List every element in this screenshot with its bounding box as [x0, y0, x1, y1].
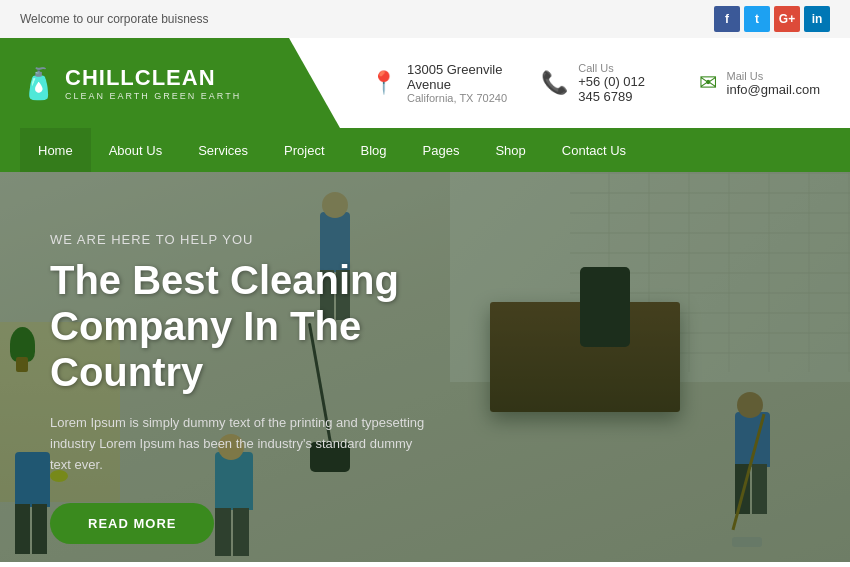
address-line2: California, TX 70240 [407, 92, 511, 104]
header-contacts: 📍 13005 Greenvile Avenue California, TX … [340, 62, 850, 104]
contact-address: 📍 13005 Greenvile Avenue California, TX … [370, 62, 511, 104]
nav-shop[interactable]: Shop [477, 128, 543, 172]
twitter-icon[interactable]: t [744, 6, 770, 32]
mail-icon: ✉ [699, 70, 717, 96]
hero-content: WE ARE HERE TO HELP YOU The Best Cleanin… [0, 172, 560, 562]
phone-label: Call Us [578, 62, 668, 74]
top-bar: Welcome to our corporate buisness f t G+… [0, 0, 850, 38]
nav-project[interactable]: Project [266, 128, 342, 172]
hero-subtitle: WE ARE HERE TO HELP YOU [50, 232, 510, 247]
nav-pages[interactable]: Pages [405, 128, 478, 172]
brand-tagline: CLEAN EARTH GREEN EARTH [65, 91, 241, 101]
logo-icon: 🧴 [20, 66, 57, 101]
facebook-icon[interactable]: f [714, 6, 740, 32]
hero-section: WE ARE HERE TO HELP YOU The Best Cleanin… [0, 172, 850, 562]
main-nav: Home About Us Services Project Blog Page… [0, 128, 850, 172]
nav-services[interactable]: Services [180, 128, 266, 172]
googleplus-icon[interactable]: G+ [774, 6, 800, 32]
read-more-button[interactable]: READ MORE [50, 503, 214, 544]
header: 🧴 CHILLCLEAN CLEAN EARTH GREEN EARTH 📍 1… [0, 38, 850, 128]
phone-number: +56 (0) 012 345 6789 [578, 74, 668, 104]
welcome-text: Welcome to our corporate buisness [20, 12, 209, 26]
address-line1: 13005 Greenvile Avenue [407, 62, 511, 92]
phone-icon: 📞 [541, 70, 568, 96]
linkedin-icon[interactable]: in [804, 6, 830, 32]
address-text: 13005 Greenvile Avenue California, TX 70… [407, 62, 511, 104]
brand-name: CHILLCLEAN [65, 65, 241, 91]
location-icon: 📍 [370, 70, 397, 96]
contact-email: ✉ Mail Us info@gmail.com [699, 70, 820, 97]
mail-label: Mail Us [727, 70, 820, 82]
hero-title: The Best Cleaning Company In The Country [50, 257, 510, 395]
email-address: info@gmail.com [727, 82, 820, 97]
nav-blog[interactable]: Blog [343, 128, 405, 172]
logo-area: 🧴 CHILLCLEAN CLEAN EARTH GREEN EARTH [0, 38, 340, 128]
nav-about[interactable]: About Us [91, 128, 180, 172]
social-icons: f t G+ in [714, 6, 830, 32]
phone-text: Call Us +56 (0) 012 345 6789 [578, 62, 668, 104]
email-text: Mail Us info@gmail.com [727, 70, 820, 97]
nav-contact[interactable]: Contact Us [544, 128, 644, 172]
hero-description: Lorem Ipsum is simply dummy text of the … [50, 413, 430, 475]
nav-home[interactable]: Home [20, 128, 91, 172]
logo-text: CHILLCLEAN CLEAN EARTH GREEN EARTH [65, 65, 241, 101]
contact-phone: 📞 Call Us +56 (0) 012 345 6789 [541, 62, 668, 104]
